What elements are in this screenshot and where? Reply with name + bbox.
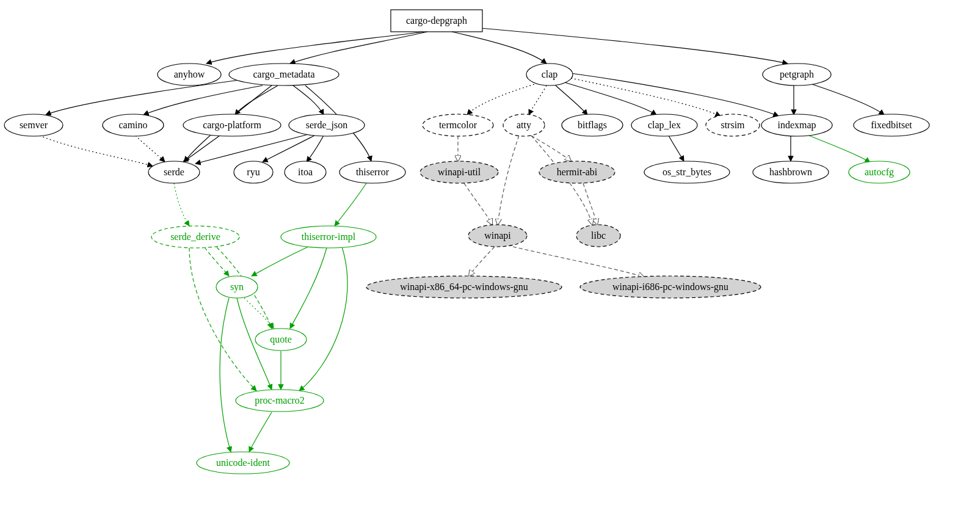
edge-clap-clap_lex xyxy=(565,82,656,115)
svg-point-44 xyxy=(644,161,730,183)
node-semver: semver xyxy=(4,114,63,136)
edge-thiserror-thiserror-impl xyxy=(335,183,366,226)
svg-point-60 xyxy=(366,276,562,298)
node-strsim: strsim xyxy=(706,114,760,136)
svg-point-68 xyxy=(197,452,289,474)
svg-point-10 xyxy=(4,114,63,136)
svg-point-62 xyxy=(580,276,761,298)
svg-point-26 xyxy=(706,114,760,136)
svg-point-16 xyxy=(289,114,365,136)
node-winapi-i686: winapi-i686-pc-windows-gnu xyxy=(580,276,761,298)
node-winapi-util: winapi-util xyxy=(420,161,498,183)
node-camino: camino xyxy=(103,114,164,136)
svg-point-52 xyxy=(281,226,376,248)
svg-point-38 xyxy=(339,161,405,183)
svg-point-12 xyxy=(103,114,164,136)
svg-point-36 xyxy=(285,161,326,183)
svg-point-4 xyxy=(229,64,339,85)
nodes: cargo-depgraph anyhow cargo_metadata cla… xyxy=(4,10,929,474)
edge-cargo-depgraph-petgraph xyxy=(473,27,788,64)
edge-serde_json-itoa xyxy=(307,136,324,162)
node-proc-macro2: proc-macro2 xyxy=(236,390,324,412)
edge-syn-unicode-ident xyxy=(220,298,231,452)
svg-point-2 xyxy=(158,64,221,85)
node-cargo-platform: cargo-platform xyxy=(183,114,281,136)
edge-thiserror-impl-syn xyxy=(252,247,308,276)
node-itoa: itoa xyxy=(285,161,326,183)
node-os_str_bytes: os_str_bytes xyxy=(644,161,730,183)
node-unicode-ident: unicode-ident xyxy=(197,452,289,474)
node-bitflags: bitflags xyxy=(562,114,623,136)
svg-point-32 xyxy=(148,161,200,183)
svg-point-6 xyxy=(526,64,573,85)
node-termcolor: termcolor xyxy=(423,114,493,136)
edge-clap-bitflags xyxy=(556,85,587,115)
node-syn: syn xyxy=(216,276,258,298)
node-thiserror: thiserror xyxy=(339,161,405,183)
edge-cargo-platform-serde xyxy=(183,136,220,162)
svg-point-64 xyxy=(255,329,307,351)
svg-point-66 xyxy=(236,390,324,412)
node-anyhow: anyhow xyxy=(158,64,221,85)
edge-clap-strsim xyxy=(571,78,720,116)
svg-point-8 xyxy=(763,64,831,85)
edge-atty-hermit-abi xyxy=(531,136,571,161)
edge-semver-serde xyxy=(40,136,153,166)
svg-point-22 xyxy=(562,114,623,136)
edge-clap-atty xyxy=(529,85,546,115)
svg-point-20 xyxy=(503,114,545,136)
node-cargo_metadata: cargo_metadata xyxy=(229,64,339,85)
svg-point-46 xyxy=(753,161,829,183)
svg-point-50 xyxy=(151,226,239,248)
node-serde_derive: serde_derive xyxy=(151,226,239,248)
node-clap: clap xyxy=(526,64,573,85)
edge-cargo-depgraph-anyhow xyxy=(206,32,424,64)
svg-point-40 xyxy=(420,161,498,183)
node-fixedbitset: fixedbitset xyxy=(854,114,929,136)
edge-cargo_metadata-semver xyxy=(46,79,244,115)
svg-rect-0 xyxy=(391,10,482,32)
svg-point-24 xyxy=(631,114,697,136)
node-serde: serde xyxy=(148,161,200,183)
node-hermit-abi: hermit-abi xyxy=(539,161,615,183)
edge-hermit-abi-libc xyxy=(583,183,597,225)
node-thiserror-impl: thiserror-impl xyxy=(281,226,376,248)
node-winapi-x86_64: winapi-x86_64-pc-windows-gnu xyxy=(366,276,562,298)
svg-point-30 xyxy=(854,114,929,136)
dependency-graph: cargo-depgraph anyhow cargo_metadata cla… xyxy=(0,0,980,505)
edge-winapi-util-winapi xyxy=(464,183,492,225)
edge-clap-termcolor xyxy=(467,84,534,115)
svg-point-14 xyxy=(183,114,281,136)
edge-clap-indexmap xyxy=(571,73,779,116)
edge-serde-serde_derive xyxy=(174,183,189,226)
edge-thiserror-impl-proc-macro2 xyxy=(299,247,347,391)
edge-cargo_metadata-serde_json xyxy=(293,85,324,115)
edge-clap_lex-os_str_bytes xyxy=(669,136,684,161)
edge-cargo-depgraph-cargo_metadata xyxy=(290,32,427,64)
edge-serde_derive-proc-macro2 xyxy=(189,248,256,391)
edge-thiserror-impl-quote xyxy=(290,248,327,329)
node-clap_lex: clap_lex xyxy=(631,114,697,136)
node-atty: atty xyxy=(503,114,545,136)
svg-point-42 xyxy=(539,161,615,183)
svg-point-48 xyxy=(849,161,910,183)
edge-proc-macro2-unicode-ident xyxy=(249,412,272,452)
node-hashbrown: hashbrown xyxy=(753,161,829,183)
node-ryu: ryu xyxy=(234,161,273,183)
node-cargo-depgraph: cargo-depgraph xyxy=(391,10,482,32)
edge-winapi-x86 xyxy=(469,247,495,276)
edge-indexmap-autocfg xyxy=(809,136,870,162)
svg-point-56 xyxy=(576,225,620,247)
node-autocfg: autocfg xyxy=(849,161,910,183)
edge-serde_derive-syn xyxy=(205,247,229,276)
svg-point-28 xyxy=(761,114,832,136)
node-libc: libc xyxy=(576,225,620,247)
edge-petgraph-fixedbitset xyxy=(812,84,884,115)
edge-camino-serde xyxy=(136,136,165,162)
node-indexmap: indexmap xyxy=(761,114,832,136)
edge-winapi-i686 xyxy=(513,247,644,277)
edge-atty-winapi xyxy=(498,136,519,225)
svg-point-18 xyxy=(423,114,493,136)
node-serde_json: serde_json xyxy=(289,114,365,136)
edge-serde_json-serde xyxy=(195,134,308,164)
